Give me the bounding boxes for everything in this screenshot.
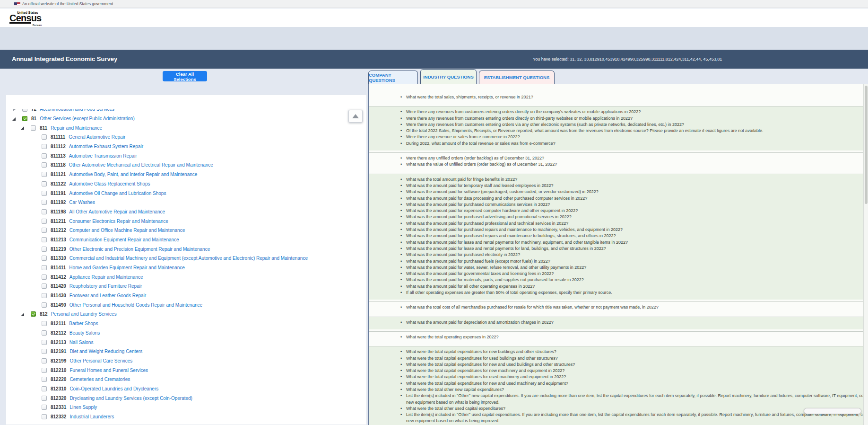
tree-checkbox-811113[interactable] [42, 153, 47, 159]
tree-checkbox-812113[interactable] [42, 340, 47, 345]
tree-label-link[interactable]: Nail Salons [69, 340, 94, 345]
tree-checkbox-72[interactable] [22, 109, 27, 112]
tree-label-link[interactable]: Footwear and Leather Goods Repair [69, 293, 146, 298]
tree-label-link[interactable]: Industrial Launderers [69, 414, 114, 419]
vertical-scrollbar-thumb[interactable] [865, 86, 868, 204]
tree-checkbox-811122[interactable] [42, 181, 47, 186]
tree-checkbox-811213[interactable] [42, 237, 47, 242]
tree-item-811192[interactable]: 811192Car Washes [6, 198, 366, 207]
expand-icon[interactable] [12, 109, 17, 112]
tree-checkbox-811111[interactable] [42, 134, 47, 140]
tree-label-link[interactable]: Automotive Glass Replacement Shops [69, 181, 150, 186]
tree-checkbox-812210[interactable] [42, 368, 47, 373]
tree-checkbox-812111[interactable] [42, 321, 47, 326]
tree-item-811113[interactable]: 811113Automotive Transmission Repair [6, 151, 366, 160]
tree-checkbox-812310[interactable] [42, 386, 47, 391]
tree-checkbox-811310[interactable] [42, 256, 47, 261]
tree-item-811411[interactable]: 811411Home and Garden Equipment Repair a… [6, 263, 366, 273]
tab-company-questions[interactable]: COMPANY QUESTIONS [368, 71, 418, 84]
collapse-icon[interactable] [20, 125, 25, 130]
tree-checkbox-811420[interactable] [42, 283, 47, 289]
tree-label-link[interactable]: General Automotive Repair [69, 134, 125, 140]
tree-checkbox-812199[interactable] [42, 358, 47, 363]
tree-item-811191[interactable]: 811191Automotive Oil Change and Lubricat… [6, 188, 366, 198]
tree-item-812332[interactable]: 812332Industrial Launderers [6, 412, 366, 422]
tree-checkbox-812332[interactable] [42, 414, 47, 419]
tree-item-811430[interactable]: 811430Footwear and Leather Goods Repair [6, 291, 366, 301]
tree-checkbox-811212[interactable] [42, 228, 47, 233]
tree-checkbox-811118[interactable] [42, 162, 47, 168]
scroll-to-top-button[interactable] [348, 110, 363, 123]
tree-checkbox-811112[interactable] [42, 144, 47, 149]
tree-label-link[interactable]: Other Electronic and Precision Equipment… [69, 247, 210, 252]
tree-label-link[interactable]: Barber Shops [69, 321, 98, 326]
tree-label-link[interactable]: Accommodation and Food Services [40, 109, 114, 112]
tree-viewport[interactable]: 72Accommodation and Food Services81Other… [6, 109, 366, 425]
questions-list[interactable]: What were the total sales, shipments, re… [368, 84, 863, 425]
vertical-scrollbar[interactable] [863, 84, 868, 425]
tree-item-811490[interactable]: 811490Other Personal and Household Goods… [6, 300, 366, 310]
tree-checkbox-812331[interactable] [42, 405, 47, 410]
tree-item-811212[interactable]: 811212Computer and Office Machine Repair… [6, 226, 366, 235]
tree-checkbox-812[interactable] [31, 311, 36, 317]
tree-item-812310[interactable]: 812310Coin-Operated Laundries and Drycle… [6, 384, 366, 394]
tree-item-812112[interactable]: 812112Beauty Salons [6, 328, 366, 338]
tree-checkbox-811490[interactable] [42, 302, 47, 308]
tree-item-811118[interactable]: 811118Other Automotive Mechanical and El… [6, 160, 366, 170]
tree-label-link[interactable]: Automotive Body, Paint, and Interior Rep… [69, 172, 197, 177]
tree-label-link[interactable]: Linen Supply [69, 405, 97, 410]
tree-checkbox-811121[interactable] [42, 172, 47, 177]
tree-label-link[interactable]: Other Automotive Mechanical and Electric… [69, 162, 213, 168]
tree-checkbox-811198[interactable] [42, 209, 47, 214]
tree-item-811412[interactable]: 811412Appliance Repair and Maintenance [6, 272, 366, 282]
horizontal-scrollbar-thumb[interactable] [804, 408, 861, 414]
tree-item-812210[interactable]: 812210Funeral Homes and Funeral Services [6, 365, 366, 375]
tree-checkbox-811192[interactable] [42, 200, 47, 205]
tree-item-812320[interactable]: 812320Drycleaning and Laundry Services (… [6, 393, 366, 403]
tree-label-link[interactable]: Diet and Weight Reducing Centers [69, 349, 142, 354]
tree-item-811213[interactable]: 811213Communication Equipment Repair and… [6, 235, 366, 245]
collapse-icon[interactable] [20, 312, 25, 317]
tree-item-812113[interactable]: 812113Nail Salons [6, 337, 366, 347]
tree-label-link[interactable]: Reupholstery and Furniture Repair [69, 283, 142, 289]
tree-label-link[interactable]: Home and Garden Equipment Repair and Mai… [69, 265, 185, 270]
tree-label-link[interactable]: Cemeteries and Crematories [69, 377, 130, 382]
tree-item-811112[interactable]: 811112Automotive Exhaust System Repair [6, 142, 366, 151]
tree-checkbox-812320[interactable] [42, 396, 47, 401]
tree-label-link[interactable]: Repair and Maintenance [51, 125, 102, 131]
tree-label-link[interactable]: Other Personal and Household Goods Repai… [69, 302, 202, 308]
tree-label-link[interactable]: Computer and Office Machine Repair and M… [69, 228, 185, 233]
tree-label-link[interactable]: Consumer Electronics Repair and Maintena… [69, 219, 168, 224]
tree-item-811111[interactable]: 811111General Automotive Repair [6, 133, 366, 142]
tree-label-link[interactable]: Other Services (except Public Administra… [40, 116, 135, 121]
census-logo[interactable]: United States Census Bureau [9, 11, 43, 24]
tree-item-811121[interactable]: 811121Automotive Body, Paint, and Interi… [6, 170, 366, 179]
tree-item-811122[interactable]: 811122Automotive Glass Replacement Shops [6, 179, 366, 189]
tree-item-812191[interactable]: 812191Diet and Weight Reducing Centers [6, 347, 366, 356]
tree-checkbox-811430[interactable] [42, 293, 47, 298]
tree-checkbox-812112[interactable] [42, 330, 47, 336]
tree-label-link[interactable]: All Other Automotive Repair and Maintena… [69, 209, 165, 214]
tree-checkbox-811412[interactable] [42, 274, 47, 280]
tree-checkbox-812220[interactable] [42, 377, 47, 382]
tree-item-811[interactable]: 811Repair and Maintenance [6, 123, 366, 133]
tree-item-812111[interactable]: 812111Barber Shops [6, 319, 366, 328]
tree-item-811198[interactable]: 811198All Other Automotive Repair and Ma… [6, 207, 366, 217]
tree-label-link[interactable]: Automotive Exhaust System Repair [69, 144, 143, 149]
tree-checkbox-81[interactable] [22, 116, 27, 121]
tree-item-72[interactable]: 72Accommodation and Food Services [6, 109, 366, 114]
tree-label-link[interactable]: Automotive Oil Change and Lubrication Sh… [69, 191, 166, 196]
tree-label-link[interactable]: Other Personal Care Services [69, 358, 132, 363]
tree-item-812199[interactable]: 812199Other Personal Care Services [6, 356, 366, 366]
tree-label-link[interactable]: Automotive Transmission Repair [69, 153, 137, 159]
tree-item-81[interactable]: 81Other Services (except Public Administ… [6, 114, 366, 124]
tree-item-811211[interactable]: 811211Consumer Electronics Repair and Ma… [6, 216, 366, 226]
tree-label-link[interactable]: Drycleaning and Laundry Services (except… [69, 396, 192, 401]
tree-checkbox-811[interactable] [31, 125, 36, 131]
tree-label-link[interactable]: Communication Equipment Repair and Maint… [69, 237, 179, 242]
tree-item-812220[interactable]: 812220Cemeteries and Crematories [6, 375, 366, 384]
tree-item-812331[interactable]: 812331Linen Supply [6, 403, 366, 412]
tree-label-link[interactable]: Beauty Salons [69, 330, 100, 336]
tree-label-link[interactable]: Appliance Repair and Maintenance [69, 274, 143, 280]
tree-item-811420[interactable]: 811420Reupholstery and Furniture Repair [6, 282, 366, 291]
